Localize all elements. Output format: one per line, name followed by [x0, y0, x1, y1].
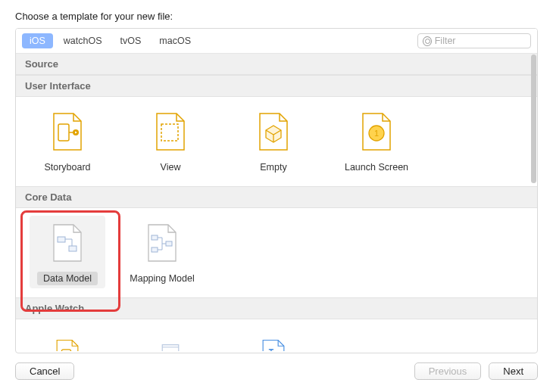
section-header-user-interface: User Interface [16, 75, 537, 97]
cancel-button[interactable]: Cancel [15, 362, 74, 380]
template-label: Data Model [37, 272, 98, 285]
tab-label: macOS [159, 36, 191, 46]
dialog-prompt: Choose a template for your new file: [15, 11, 538, 22]
storyboard-icon [49, 110, 86, 153]
filter-icon [423, 36, 432, 46]
scrollbar-thumb[interactable] [531, 54, 536, 183]
next-button[interactable]: Next [489, 362, 538, 380]
template-label: View [155, 160, 187, 174]
section-header-core-data: Core Data [16, 186, 537, 208]
new-file-dialog: Choose a template for your new file: iOS… [0, 0, 553, 392]
file-icon [152, 333, 189, 351]
tab-macos[interactable]: macOS [152, 33, 198, 48]
tab-ios[interactable]: iOS [22, 33, 53, 48]
template-item-watch-2[interactable] [119, 327, 222, 351]
template-sheet: iOS watchOS tvOS macOS Source User Inter… [15, 28, 538, 353]
tab-tvos[interactable]: tvOS [113, 33, 149, 48]
dialog-footer: Cancel Previous Next [15, 362, 538, 380]
template-item-mapping-model[interactable]: Mapping Model [105, 216, 219, 288]
svg-rect-7 [152, 235, 158, 240]
template-label: Empty [254, 160, 292, 174]
empty-icon [255, 110, 292, 153]
tab-label: iOS [30, 36, 45, 46]
previous-button[interactable]: Previous [414, 362, 482, 380]
section-header-source: Source [16, 54, 537, 75]
data-model-icon [49, 222, 86, 264]
template-item-empty[interactable]: Empty [222, 104, 325, 177]
file-icon [49, 333, 86, 351]
button-label: Previous [429, 366, 467, 377]
platform-toolbar: iOS watchOS tvOS macOS [16, 29, 537, 54]
template-item-storyboard[interactable]: Storyboard [16, 104, 119, 177]
tab-label: watchOS [64, 36, 102, 46]
button-label: Cancel [30, 366, 60, 377]
section-header-apple-watch: Apple Watch [16, 297, 537, 319]
mapping-model-icon [144, 222, 180, 264]
template-item-launch-screen[interactable]: 1 Launch Screen [325, 104, 428, 177]
section-grid-core-data: Data Model Mapping Model [16, 208, 537, 297]
tab-label: tvOS [120, 36, 142, 46]
tab-watchos[interactable]: watchOS [56, 33, 110, 48]
svg-rect-8 [152, 247, 158, 252]
svg-rect-6 [69, 246, 77, 251]
template-item-watch-1[interactable] [16, 327, 119, 351]
view-icon [152, 110, 189, 153]
svg-text:1: 1 [374, 129, 379, 138]
svg-rect-5 [58, 237, 65, 242]
template-item-watch-3[interactable] [222, 327, 325, 351]
filter-field[interactable] [417, 33, 531, 48]
template-item-data-model[interactable]: Data Model [30, 216, 105, 288]
svg-rect-9 [166, 241, 172, 246]
file-icon [255, 333, 292, 351]
template-label: Mapping Model [123, 272, 200, 285]
section-grid-user-interface: Storyboard View [16, 97, 537, 186]
template-scroll-area: Source User Interface [16, 54, 537, 353]
template-label: Storyboard [38, 160, 96, 174]
template-label: Launch Screen [339, 160, 414, 174]
filter-input[interactable] [435, 36, 526, 46]
template-item-view[interactable]: View [119, 104, 222, 177]
launch-screen-icon: 1 [358, 110, 395, 153]
button-label: Next [503, 366, 523, 377]
section-grid-apple-watch [16, 319, 537, 351]
